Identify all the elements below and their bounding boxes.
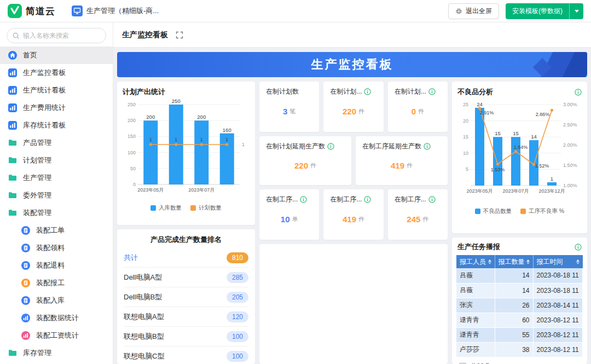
table-row[interactable]: 张滨262023-08-14 11: [456, 298, 583, 313]
legend-item[interactable]: 计划数量: [190, 204, 222, 212]
stat-tile[interactable]: 在制工序...10单: [259, 189, 319, 240]
stat-tile[interactable]: 在制计划数3笔: [259, 82, 319, 132]
ranking-row[interactable]: 联想电脑C型100: [124, 346, 248, 364]
table-pagination[interactable]: 共28条: [456, 357, 583, 364]
info-icon[interactable]: [428, 196, 436, 203]
sidebar-item[interactable]: 库存管理: [0, 344, 113, 362]
ranking-row[interactable]: 联想电脑A型120: [124, 307, 248, 327]
install-template-button[interactable]: 安装模板(带数据): [506, 3, 569, 19]
stat-tile-unit: 件: [310, 161, 316, 170]
legend-swatch: [150, 205, 156, 211]
ranking-name: Dell电脑B型: [124, 292, 162, 302]
sidebar-item[interactable]: 生产监控看板: [0, 64, 113, 82]
svg-text:50: 50: [130, 166, 136, 171]
stat-tiles: 在制计划数3笔在制计划...220件在制计划...0件在制计划延期生产数220件…: [259, 82, 448, 240]
ranking-badge: 120: [227, 311, 248, 322]
sidebar-item[interactable]: 装配入库: [0, 292, 113, 309]
info-icon[interactable]: [428, 88, 436, 95]
defect-rate-chart[interactable]: 5101520251.00%1.50%2.00%2.50%3.00%241515…: [457, 97, 582, 204]
banner-title: 生产监控看板: [311, 56, 393, 73]
info-icon[interactable]: [364, 196, 371, 203]
sidebar-item[interactable]: 计划管理: [0, 152, 113, 169]
svg-text:15: 15: [495, 130, 501, 136]
stat-tile[interactable]: 在制计划延期生产数220件: [259, 136, 351, 185]
sidebar-item[interactable]: 生产管理: [0, 169, 113, 187]
exit-fullscreen-button[interactable]: 退出全屏: [448, 3, 499, 19]
sidebar-item[interactable]: 装配报工: [0, 274, 113, 292]
stat-tile[interactable]: 在制工序延期生产数419件: [356, 136, 448, 185]
svg-text:1: 1: [242, 142, 245, 147]
sort-icon[interactable]: [488, 259, 491, 264]
stat-tile-value: 245: [407, 215, 420, 224]
fullscreen-icon[interactable]: [176, 31, 183, 39]
legend-item[interactable]: 不良品数量: [475, 207, 512, 215]
info-icon[interactable]: [364, 88, 371, 95]
stat-tile-unit: 件: [358, 107, 364, 115]
sort-icon[interactable]: [576, 259, 580, 264]
svg-text:0: 0: [133, 182, 136, 187]
sidebar-item-label: 生产费用统计: [23, 103, 66, 113]
table-row[interactable]: 吕薇142023-08-18 11: [456, 268, 583, 283]
app-title[interactable]: 生产管理（精细版-商...: [72, 5, 159, 16]
tab-title[interactable]: 生产监控看板: [122, 30, 168, 40]
sidebar-item[interactable]: 首页: [0, 47, 113, 64]
ranking-row[interactable]: Dell电脑B型205: [124, 287, 248, 307]
sidebar-item[interactable]: 装配数据统计: [0, 309, 113, 327]
sidebar-item[interactable]: 生产费用统计: [0, 99, 113, 117]
stat-tile[interactable]: 在制工序...245件: [388, 189, 448, 240]
legend-item[interactable]: 工序不良率 %: [520, 207, 564, 215]
svg-text:200: 200: [128, 118, 136, 123]
legend-item[interactable]: 入库数量: [150, 204, 182, 212]
svg-text:150: 150: [128, 134, 136, 139]
sidebar-item[interactable]: 委外管理: [0, 187, 113, 204]
svg-text:1.50%: 1.50%: [563, 163, 577, 168]
sidebar-item[interactable]: 装配领料: [0, 239, 113, 257]
sidebar-item[interactable]: 装配工资统计: [0, 327, 113, 344]
sidebar-item[interactable]: 装配退料: [0, 257, 113, 274]
ranking-row[interactable]: Dell电脑A型285: [124, 268, 248, 287]
sort-icon[interactable]: [526, 259, 530, 264]
stat-tile[interactable]: 在制工序...419件: [323, 189, 383, 240]
chevron-down-icon: [575, 10, 579, 13]
records-count: 共28条: [470, 362, 490, 364]
info-icon[interactable]: [300, 196, 307, 203]
sidebar-item[interactable]: 装配工单: [0, 222, 113, 239]
sidebar-item[interactable]: 装配管理: [0, 204, 113, 222]
home-icon: [8, 50, 18, 60]
stat-tile[interactable]: 在制计划...0件: [388, 82, 448, 132]
sidebar-search[interactable]: [7, 28, 106, 43]
legend-swatch: [475, 209, 480, 214]
sidebar-menu: 首页生产监控看板生产统计看板生产费用统计库存统计看板产品管理计划管理生产管理委外…: [0, 47, 113, 364]
table-row[interactable]: 逯青青552023-08-12 11: [456, 327, 583, 342]
install-template-dropdown-button[interactable]: [569, 3, 583, 19]
dashboard-icon: [8, 103, 18, 113]
logo[interactable]: 简道云: [8, 4, 55, 18]
stat-tile[interactable]: 在制计划...220件: [323, 82, 383, 132]
defect-analysis-card: 不良品分析 5101520251.00%1.50%2.00%2.50%3.00%…: [452, 82, 587, 233]
sidebar-item[interactable]: 产品管理: [0, 134, 113, 152]
search-input[interactable]: [23, 32, 108, 39]
stat-tile-title: 在制工序...: [330, 195, 362, 204]
sidebar-item[interactable]: 库存统计看板: [0, 117, 113, 134]
table-header[interactable]: 报工数量: [495, 255, 533, 268]
svg-text:25: 25: [463, 102, 468, 107]
chart-icon: [21, 331, 31, 340]
topbar-actions: 退出全屏 安装模板(带数据): [448, 3, 583, 19]
info-icon[interactable]: [575, 244, 582, 251]
stat-tile-title: 在制计划...: [330, 87, 362, 96]
stat-tile-value: 419: [343, 215, 356, 224]
table-header[interactable]: 报工时间: [533, 255, 583, 268]
table-row[interactable]: 吕薇142023-08-18 11: [456, 283, 583, 298]
sidebar-item[interactable]: 生产统计看板: [0, 82, 113, 99]
planned-output-chart[interactable]: 050100150200250120025020016011112023年05月…: [123, 97, 250, 201]
table-row[interactable]: 逯青青602023-08-12 11: [456, 313, 583, 327]
table-header[interactable]: 报工人员: [456, 255, 495, 268]
info-icon[interactable]: [424, 143, 431, 150]
info-icon[interactable]: [575, 89, 582, 96]
info-icon[interactable]: [327, 143, 334, 150]
ranking-total-row[interactable]: 共计810: [124, 248, 248, 268]
table-row[interactable]: 卢莎莎382023-08-12 11: [456, 342, 583, 357]
sidebar-item-label: 库存管理: [23, 348, 51, 358]
svg-text:2.86%: 2.86%: [536, 112, 550, 117]
ranking-row[interactable]: 联想电脑B型100: [124, 327, 248, 346]
